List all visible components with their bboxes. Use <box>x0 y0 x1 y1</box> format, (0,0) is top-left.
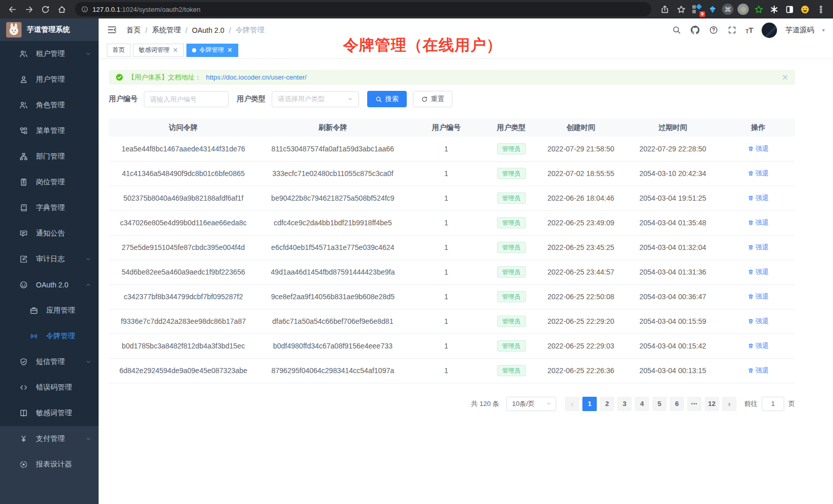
sidebar-item-pay[interactable]: 支付管理 <box>0 426 99 452</box>
user-name[interactable]: 芋道源码 <box>785 26 814 35</box>
blocks-extension-icon[interactable]: 9 <box>690 3 704 16</box>
trash-icon <box>748 367 754 374</box>
search-button[interactable]: 搜索 <box>367 91 407 107</box>
created-time-cell: 2022-06-25 23:45:25 <box>538 235 624 260</box>
alert-close-icon[interactable]: ✕ <box>782 73 788 82</box>
green-star-extension-icon[interactable] <box>752 3 765 16</box>
split-window-extension-icon[interactable] <box>783 3 796 16</box>
back-icon[interactable] <box>5 2 20 16</box>
sidebar-item-label: 部门管理 <box>36 152 91 161</box>
browser-menu-icon[interactable] <box>813 2 828 16</box>
page-button[interactable]: 1 <box>582 397 597 411</box>
tag-tab[interactable]: 首页 <box>107 44 130 57</box>
reload-icon[interactable] <box>38 2 52 16</box>
tag-tab[interactable]: 令牌管理✕ <box>186 44 238 57</box>
app-briefcase-icon <box>30 306 38 315</box>
record-extension-icon[interactable] <box>736 3 750 16</box>
page-button[interactable]: 4 <box>635 397 649 411</box>
chevron-down-icon <box>85 436 91 442</box>
page-button[interactable]: 12 <box>705 397 719 411</box>
forward-icon[interactable] <box>22 2 36 16</box>
page-button[interactable]: 2 <box>600 397 614 411</box>
close-tab-icon[interactable]: ✕ <box>227 47 233 53</box>
close-tab-icon[interactable]: ✕ <box>173 47 178 53</box>
sidebar-item-post[interactable]: 岗位管理 <box>0 169 99 195</box>
force-logout-button[interactable]: 强退 <box>748 317 769 326</box>
user-id-input[interactable] <box>144 91 229 107</box>
breadcrumb-item[interactable]: OAuth 2.0 <box>192 26 224 34</box>
user-type-tag: 管理员 <box>497 217 526 228</box>
page-button[interactable]: 5 <box>652 397 667 411</box>
breadcrumb-item[interactable]: 首页 <box>126 26 141 35</box>
collapse-sidebar-icon[interactable] <box>107 25 118 36</box>
created-time-cell: 2022-06-25 23:44:57 <box>538 260 624 284</box>
share-icon[interactable] <box>657 2 672 16</box>
table-row: 41c41346a548490f9dc8b01c6bfe0865333ecfc7… <box>109 161 795 186</box>
goto-page-input[interactable] <box>762 397 784 411</box>
force-logout-button[interactable]: 强退 <box>748 341 769 351</box>
chevron-down-icon[interactable]: ▾ <box>822 27 825 33</box>
force-logout-button[interactable]: 强退 <box>748 193 769 203</box>
user-id-cell: 1 <box>408 161 485 186</box>
avatar[interactable] <box>762 23 777 38</box>
action-cell: 强退 <box>722 358 795 383</box>
sidebar-item-menu[interactable]: 菜单管理 <box>0 118 99 144</box>
sidebar-item-dict[interactable]: 字典管理 <box>0 195 99 221</box>
command-extension-icon[interactable]: ⌘ <box>721 3 734 16</box>
sidebar-item-audit-log[interactable]: 审计日志 <box>0 246 99 272</box>
sidebar-item-oauth2[interactable]: OAuth 2.0 <box>0 272 99 298</box>
sidebar-item-user[interactable]: 用户管理 <box>0 67 99 92</box>
force-logout-button[interactable]: 强退 <box>748 169 769 178</box>
page-button[interactable]: 6 <box>670 397 684 411</box>
page-size-select[interactable]: 10条/页 <box>506 397 556 411</box>
force-logout-button[interactable]: 强退 <box>748 243 769 252</box>
table-row: b0d1785bc3a8482f812db4a3f3bd15ecb0df4980… <box>109 334 795 358</box>
fullscreen-icon[interactable] <box>727 25 737 35</box>
reset-button[interactable]: 重置 <box>413 91 452 107</box>
sidebar-item-tenant[interactable]: 租户管理 <box>0 41 99 67</box>
refresh-icon <box>421 96 428 103</box>
next-page-button[interactable]: › <box>722 397 736 411</box>
user-type-cell: 管理员 <box>485 284 538 309</box>
bookmark-star-icon[interactable] <box>674 2 688 16</box>
force-logout-button[interactable]: 强退 <box>748 144 769 153</box>
force-logout-button[interactable]: 强退 <box>748 292 769 301</box>
tag-tab[interactable]: 敏感词管理✕ <box>133 44 184 57</box>
snowflake-extension-icon[interactable] <box>767 3 781 16</box>
force-logout-button[interactable]: 强退 <box>748 267 769 277</box>
gem-extension-icon[interactable] <box>706 3 719 16</box>
app-logo-image <box>6 22 22 37</box>
trash-icon <box>748 170 754 177</box>
prev-page-button[interactable]: ‹ <box>565 397 579 411</box>
sidebar-item-report-designer[interactable]: 报表设计器 <box>0 452 99 477</box>
alert-doc-link[interactable]: https://doc.iocoder.cn/user-center/ <box>206 73 307 81</box>
sidebar-item-oauth2-app[interactable]: 应用管理 <box>0 298 99 323</box>
page-button[interactable]: 3 <box>617 397 632 411</box>
app-logo[interactable]: 芋道管理系统 <box>0 18 99 41</box>
sidebar-item-notice[interactable]: 通知公告 <box>0 221 99 246</box>
help-icon[interactable] <box>709 25 719 35</box>
force-logout-button[interactable]: 强退 <box>748 366 769 375</box>
font-size-icon[interactable]: TT <box>746 26 753 34</box>
sidebar-item-sms[interactable]: 短信管理 <box>0 349 99 375</box>
sidebar-item-oauth2-token[interactable]: 令牌管理 <box>0 323 99 349</box>
home-icon[interactable] <box>54 2 69 16</box>
sidebar: 芋道管理系统 租户管理用户管理角色管理菜单管理部门管理岗位管理字典管理通知公告审… <box>0 18 99 504</box>
address-bar[interactable]: 127.0.0.1:1024/system/oauth2/token <box>75 2 651 16</box>
user-type-placeholder: 请选择用户类型 <box>278 94 325 104</box>
sidebar-item-sensitive-word[interactable]: 敏感词管理 <box>0 400 99 426</box>
refresh-token-cell: cdfc4ce9c2da4bb1bdf21b9918ff4be5 <box>258 210 408 235</box>
sidebar-item-label: OAuth 2.0 <box>36 281 77 289</box>
more-pages-button[interactable]: ••• <box>687 397 702 411</box>
github-icon[interactable] <box>690 25 701 35</box>
force-logout-button[interactable]: 强退 <box>748 218 769 227</box>
search-icon[interactable] <box>672 25 682 35</box>
breadcrumb-item[interactable]: 系统管理 <box>152 26 181 35</box>
sidebar-item-role[interactable]: 角色管理 <box>0 92 99 118</box>
sidebar-item-dept[interactable]: 部门管理 <box>0 144 99 169</box>
emoji-profile-icon[interactable] <box>798 3 811 16</box>
sidebar-item-error-code[interactable]: 错误码管理 <box>0 375 99 400</box>
user-type-select[interactable]: 请选择用户类型 <box>272 91 359 107</box>
refresh-token-cell: 9ce8ef2aa9f14056b831ae9b608e28d5 <box>258 284 408 309</box>
user-type-cell: 管理员 <box>485 210 538 235</box>
